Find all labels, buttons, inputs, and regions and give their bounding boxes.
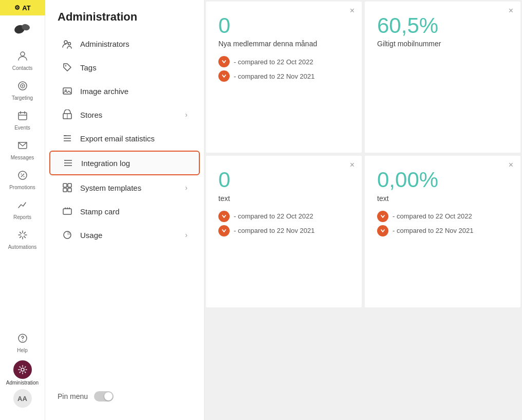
widget-valid-mobile: × 60,5% Giltigt mobilnummer [365, 2, 520, 153]
tags-icon [62, 62, 73, 72]
nav-label-help: Help [17, 348, 28, 353]
targeting-icon [17, 80, 28, 94]
nav-item-reports[interactable]: Reports [2, 195, 43, 224]
nav-item-promotions[interactable]: Promotions [2, 166, 43, 194]
export-email-statistics-icon [62, 133, 73, 143]
widget-text-1: × 0 text - compared to 22 Oct 2022 - com… [206, 156, 362, 307]
compare-text-new-members-0: - compared to 22 Oct 2022 [234, 58, 313, 66]
top-bar-icon: ⚙ [14, 4, 20, 11]
compare-down-icon-text-1-0 [218, 211, 230, 222]
widget-compare-text-1-0: - compared to 22 Oct 2022 [218, 211, 349, 222]
widget-close-text-1[interactable]: × [350, 161, 355, 169]
sidebar-item-administrators[interactable]: Administrators [49, 32, 200, 55]
widget-value-text-1: 0 [218, 168, 349, 192]
nav-item-contacts[interactable]: Contacts [2, 46, 43, 75]
sidebar-label-system-templates: System templates [80, 184, 185, 192]
compare-text-text-2-0: - compared to 22 Oct 2022 [393, 212, 472, 220]
top-bar-label: AT [22, 4, 30, 12]
sidebar-label-administrators: Administrators [80, 40, 188, 48]
logo-area [0, 15, 45, 41]
compare-down-icon-0 [218, 56, 230, 67]
sidebar-bottom: Pin menu [45, 383, 204, 410]
svg-point-19 [65, 65, 66, 66]
widget-title-text-1: text [218, 194, 349, 203]
promotions-icon [17, 170, 28, 184]
nav-item-messages[interactable]: Messages [2, 136, 43, 165]
nav-item-events[interactable]: Events [2, 106, 43, 135]
nav-label-automations: Automations [8, 244, 37, 250]
help-icon [17, 333, 28, 346]
widget-title-new-members: Nya medlemmar denna månad [218, 40, 349, 48]
sidebar-item-system-templates[interactable]: System templates › [49, 176, 200, 199]
compare-text-text-2-1: - compared to 22 Nov 2021 [393, 227, 474, 234]
widget-compare-new-members-0: - compared to 22 Oct 2022 [218, 56, 349, 67]
sidebar-item-export-email-statistics[interactable]: Export email statistics [49, 127, 200, 150]
messages-icon [17, 140, 28, 154]
nav-item-help[interactable]: Help [2, 328, 43, 357]
compare-down-icon-text-2-0 [377, 211, 388, 222]
sidebar-item-image-archive[interactable]: Image archive [49, 80, 200, 102]
nav-label-reports: Reports [13, 214, 31, 220]
nav-item-automations[interactable]: Automations [2, 225, 43, 254]
nav-label-events: Events [14, 125, 30, 131]
nav-label-messages: Messages [11, 155, 34, 160]
nav-bottom: Help Administration AA [0, 328, 45, 420]
widget-close-text-2[interactable]: × [509, 161, 513, 169]
sidebar-label-tags: Tags [80, 63, 188, 72]
icon-nav: Contacts Targeting Events Messages Promo… [0, 0, 45, 420]
compare-text-text-1-0: - compared to 22 Oct 2022 [234, 212, 313, 220]
compare-text-new-members-1: - compared to 22 Nov 2021 [234, 72, 315, 80]
administrators-icon [62, 39, 73, 49]
toggle-knob [104, 392, 113, 400]
user-avatar[interactable]: AA [13, 389, 32, 408]
sidebar-item-integration-log[interactable]: Integration log [49, 151, 200, 175]
widget-value-valid-mobile: 60,5% [377, 14, 508, 38]
events-icon [17, 110, 28, 124]
nav-item-targeting[interactable]: Targeting [2, 76, 43, 105]
nav-label-targeting: Targeting [12, 95, 33, 101]
svg-rect-20 [63, 88, 71, 94]
svg-point-17 [64, 41, 67, 44]
widget-compare-text-2-0: - compared to 22 Oct 2022 [377, 211, 508, 222]
sidebar-label-stamp-card: Stamp card [80, 207, 188, 216]
svg-rect-37 [63, 188, 67, 192]
widget-close-valid-mobile[interactable]: × [509, 7, 513, 15]
sidebar-item-usage[interactable]: Usage › [49, 224, 200, 246]
nav-label-promotions: Promotions [9, 185, 35, 190]
system-templates-icon [62, 182, 73, 193]
system-templates-arrow-icon: › [185, 184, 188, 192]
svg-point-32 [64, 160, 65, 161]
stores-icon [62, 109, 73, 120]
widget-compare-text-1-1: - compared to 22 Nov 2021 [218, 225, 349, 236]
widget-close-new-members[interactable]: × [350, 7, 355, 15]
integration-log-icon [63, 158, 74, 168]
svg-rect-36 [68, 184, 71, 187]
svg-point-13 [23, 176, 24, 177]
contacts-icon [17, 50, 28, 64]
widget-compare-text-2-1: - compared to 22 Nov 2021 [377, 225, 508, 236]
pin-menu-label: Pin menu [58, 392, 88, 400]
user-initials: AA [17, 395, 27, 403]
nav-item-administration[interactable]: Administration [2, 358, 43, 387]
sidebar-item-stores[interactable]: Stores › [49, 103, 200, 126]
sidebar-item-tags[interactable]: Tags [49, 56, 200, 79]
svg-point-33 [64, 162, 65, 163]
widget-title-text-2: text [377, 194, 508, 203]
svg-rect-2 [21, 52, 25, 56]
top-bar: ⚙ AT [0, 0, 45, 15]
sidebar-item-stamp-card[interactable]: Stamp card [49, 200, 200, 223]
pin-menu-toggle[interactable] [94, 391, 114, 401]
stores-arrow-icon: › [185, 111, 188, 119]
svg-point-16 [21, 368, 24, 371]
svg-rect-6 [18, 113, 27, 120]
svg-point-18 [68, 43, 71, 45]
widget-title-valid-mobile: Giltigt mobilnummer [377, 40, 508, 48]
svg-point-12 [21, 174, 22, 175]
admin-icon-circle [13, 360, 32, 379]
usage-icon [62, 230, 73, 240]
sidebar-label-integration-log: Integration log [81, 159, 187, 168]
compare-down-icon-text-1-1 [218, 225, 230, 236]
sidebar-label-stores: Stores [80, 111, 185, 119]
widget-compare-new-members-1: - compared to 22 Nov 2021 [218, 70, 349, 82]
svg-rect-35 [63, 184, 67, 187]
